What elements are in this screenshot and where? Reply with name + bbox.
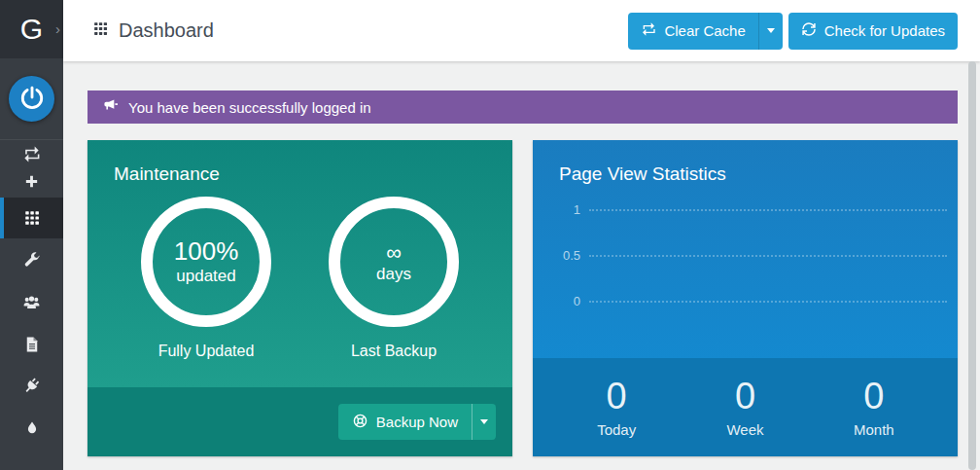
backup-label: Last Backup [351,343,437,360]
sidebar-item-users[interactable] [0,281,63,323]
sidebar-item-create[interactable] [0,167,63,195]
sidebar-nav [0,140,63,449]
main-area: Dashboard Clear Cache [63,0,980,470]
page-views-card-body: Page View Statistics 1 0.5 0 [533,140,958,358]
updated-stat: 100% updated Fully Updated [141,197,271,360]
week-value: 0 [681,378,809,415]
clear-cache-split-button: Clear Cache [628,13,782,50]
updated-value: 100% [174,237,239,267]
backup-stat: ∞ days Last Backup [329,197,459,360]
bullhorn-icon [103,97,120,117]
maintenance-card-footer: Backup Now [88,387,512,456]
sidebar-item-theme[interactable] [0,407,63,449]
backup-split-button: Backup Now [338,404,496,440]
content-area: You have been successfully logged in Mai… [63,61,980,456]
header-actions: Clear Cache Check for Updates [628,13,958,50]
gridline [589,255,947,257]
life-ring-icon [352,413,368,432]
droplet-icon [24,420,40,436]
page-views-title: Page View Statistics [533,163,958,185]
sidebar-item-plugins[interactable] [0,365,63,407]
clear-cache-button[interactable]: Clear Cache [628,13,757,50]
chevron-right-icon[interactable]: › [55,21,60,36]
page-views-card-footer: 0 Today 0 Week 0 Month [533,358,958,456]
users-icon [21,292,42,312]
check-updates-button[interactable]: Check for Updates [788,13,958,50]
page-title: Dashboard [119,19,214,42]
backup-unit: days [376,265,411,284]
plug-icon [22,377,41,395]
app-logo[interactable]: G › [0,0,63,58]
app-window: G › [0,0,980,470]
gridline [589,209,947,211]
retweet-icon [641,21,656,40]
logout-block [0,58,63,140]
scrollbar-thumb[interactable] [968,61,976,470]
updated-label: Fully Updated [158,343,255,360]
grid-icon [23,209,41,227]
caret-down-icon [480,419,488,428]
sidebar-item-dashboard[interactable] [0,198,63,238]
power-button[interactable] [9,76,54,122]
retweet-icon [22,145,41,163]
sidebar-item-clear-cache[interactable] [0,140,63,167]
clear-cache-dropdown-button[interactable] [758,13,783,50]
sidebar: G › [0,0,63,470]
updated-unit: updated [176,267,235,286]
maintenance-card: Maintenance 100% updated Fully Updated [88,140,512,456]
caret-down-icon [767,28,775,37]
week-stat: 0 Week [681,378,809,438]
y-axis-tick: 0 [533,294,589,308]
month-label: Month [810,421,938,438]
month-value: 0 [810,378,938,415]
sidebar-item-tools[interactable] [0,239,63,281]
wrench-icon [22,251,41,270]
grid-icon [92,19,109,42]
today-label: Today [552,421,681,438]
chart-gridline-row: 1 [533,187,958,233]
page-title-group: Dashboard [92,19,214,42]
gridline [589,301,947,303]
backup-value: ∞ [386,240,402,265]
y-axis-tick: 0.5 [533,248,589,263]
maintenance-card-body: Maintenance 100% updated Fully Updated [88,140,512,387]
logo-letter: G [20,13,43,46]
power-icon [19,85,45,114]
chart-gridline-row: 0 [533,278,958,324]
dashboard-cards: Maintenance 100% updated Fully Updated [88,140,958,456]
sidebar-item-pages[interactable] [0,323,63,365]
file-icon [23,336,41,353]
updated-ring: 100% updated [141,197,271,327]
page-views-chart: 1 0.5 0 [533,187,958,324]
success-notification: You have been successfully logged in [88,90,958,124]
backup-ring: ∞ days [329,197,459,327]
today-value: 0 [552,378,681,415]
notification-message: You have been successfully logged in [128,99,371,116]
month-stat: 0 Month [810,378,938,438]
y-axis-tick: 1 [533,202,589,217]
backup-now-button[interactable]: Backup Now [338,404,472,440]
plus-icon [23,173,40,190]
today-stat: 0 Today [552,378,681,438]
refresh-icon [801,21,817,40]
maintenance-stats: 100% updated Fully Updated ∞ days [114,197,486,360]
backup-dropdown-button[interactable] [472,404,496,440]
page-views-card: Page View Statistics 1 0.5 0 [533,140,958,456]
chart-gridline-row: 0.5 [533,233,958,278]
week-label: Week [681,421,809,438]
page-header: Dashboard Clear Cache [63,0,980,61]
maintenance-title: Maintenance [114,163,486,185]
